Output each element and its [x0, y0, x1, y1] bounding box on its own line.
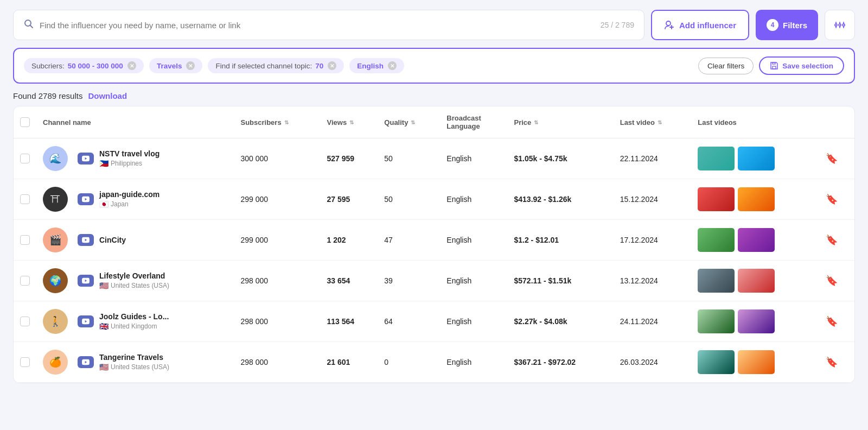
channel-name[interactable]: Joolz Guides - Lo... — [99, 312, 169, 321]
row-last-video: 26.03.2024 — [614, 342, 692, 383]
row-subscribers: 298 000 — [234, 261, 321, 301]
channel-name[interactable]: Lifestyle Overland — [99, 271, 169, 280]
row-views: 33 654 — [321, 261, 378, 301]
row-quality: 39 — [378, 261, 440, 301]
youtube-button[interactable] — [78, 193, 94, 205]
row-checkbox[interactable] — [20, 357, 30, 367]
row-views: 27 595 — [321, 179, 378, 220]
row-checkbox[interactable] — [20, 154, 30, 163]
row-views: 1 202 — [321, 220, 378, 261]
bookmark-icon[interactable]: 🔖 — [826, 316, 838, 327]
row-thumbnails — [691, 301, 819, 342]
col-channel-name[interactable]: Channel name — [36, 106, 234, 138]
youtube-button[interactable] — [78, 315, 94, 327]
row-views: 113 564 — [321, 301, 378, 342]
avatar: 🌊 — [43, 146, 68, 171]
search-input[interactable] — [40, 21, 595, 30]
download-link[interactable]: Download — [88, 91, 127, 100]
save-selection-label: Save selection — [782, 62, 833, 70]
row-checkbox-cell — [14, 179, 36, 220]
row-checkbox[interactable] — [20, 276, 30, 286]
table-row: 🎬 CinCity 299 000 1 202 47 English $1.2 … — [14, 220, 854, 261]
chip-topic-remove[interactable]: ✕ — [328, 61, 336, 70]
row-quality: 50 — [378, 179, 440, 220]
row-price: $413.92 - $1.26k — [507, 179, 613, 220]
col-subscribers[interactable]: Subscribers ⇅ — [234, 106, 321, 138]
filters-badge: 4 — [767, 19, 778, 31]
channel-country: 🇵🇭Philippines — [99, 159, 159, 168]
chip-travels-remove[interactable]: ✕ — [186, 61, 195, 70]
row-bookmark: 🔖 — [819, 179, 854, 220]
row-checkbox[interactable] — [20, 194, 30, 204]
thumbnail-2[interactable] — [738, 147, 775, 170]
row-checkbox[interactable] — [20, 235, 30, 245]
add-influencer-button[interactable]: Add influencer — [651, 10, 749, 40]
channel-country: 🇯🇵Japan — [99, 200, 159, 208]
filters-label: Filters — [783, 21, 807, 30]
row-subscribers: 300 000 — [234, 138, 321, 179]
youtube-button[interactable] — [78, 153, 94, 165]
row-broadcast-language: English — [440, 220, 507, 261]
avatar: ⛩ — [43, 187, 68, 212]
thumbnail-1[interactable] — [698, 228, 735, 252]
bookmark-icon[interactable]: 🔖 — [826, 194, 838, 205]
row-broadcast-language: English — [440, 301, 507, 342]
col-price[interactable]: Price ⇅ — [507, 106, 613, 138]
search-count: 25 / 2 789 — [601, 21, 634, 29]
search-icon — [23, 18, 34, 32]
row-bookmark: 🔖 — [819, 301, 854, 342]
row-last-video: 24.11.2024 — [614, 301, 692, 342]
youtube-button[interactable] — [78, 275, 94, 287]
settings-button[interactable] — [825, 10, 855, 40]
row-price: $367.21 - $972.02 — [507, 342, 613, 383]
col-views[interactable]: Views ⇅ — [321, 106, 378, 138]
youtube-button[interactable] — [78, 356, 94, 368]
row-thumbnails — [691, 179, 819, 220]
row-checkbox[interactable] — [20, 317, 30, 326]
bookmark-icon[interactable]: 🔖 — [826, 153, 838, 164]
channel-name[interactable]: NSTV travel vlog — [99, 149, 159, 158]
thumbnail-1[interactable] — [698, 147, 735, 170]
clear-filters-button[interactable]: Clear filters — [698, 58, 754, 74]
thumbnail-1[interactable] — [698, 350, 735, 374]
chip-english: English ✕ — [349, 58, 404, 73]
row-broadcast-language: English — [440, 261, 507, 301]
row-bookmark: 🔖 — [819, 138, 854, 179]
thumbnail-1[interactable] — [698, 187, 735, 211]
thumbnail-2[interactable] — [738, 309, 775, 333]
results-count: Found 2789 results — [13, 91, 82, 100]
thumbnail-1[interactable] — [698, 309, 735, 333]
channel-name[interactable]: japan-guide.com — [99, 190, 159, 199]
youtube-button[interactable] — [78, 234, 94, 246]
row-last-video: 22.11.2024 — [614, 138, 692, 179]
row-bookmark: 🔖 — [819, 342, 854, 383]
thumbnail-2[interactable] — [738, 187, 775, 211]
channel-name[interactable]: Tangerine Travels — [99, 353, 169, 362]
thumbnail-1[interactable] — [698, 269, 735, 293]
select-all-checkbox[interactable] — [20, 117, 30, 127]
filters-button[interactable]: 4 Filters — [756, 10, 818, 40]
row-checkbox-cell — [14, 342, 36, 383]
bookmark-icon[interactable]: 🔖 — [826, 235, 838, 245]
table-header-row: Channel name Subscribers ⇅ Views ⇅ — [14, 106, 854, 138]
row-price: $1.2 - $12.01 — [507, 220, 613, 261]
filter-chips-wrap: Subcriers: 50 000 - 300 000 ✕ Travels ✕ … — [13, 48, 855, 84]
row-channel: ⛩ japan-guide.com 🇯🇵Japan — [36, 179, 234, 220]
row-channel: 🌍 Lifestyle Overland 🇺🇸United States (US… — [36, 261, 234, 301]
price-sort-icon: ⇅ — [534, 119, 538, 125]
col-last-video[interactable]: Last video ⇅ — [614, 106, 692, 138]
table-row: 🍊 Tangerine Travels 🇺🇸United States (USA… — [14, 342, 854, 383]
channel-name[interactable]: CinCity — [99, 236, 126, 244]
chip-english-remove[interactable]: ✕ — [388, 61, 397, 70]
thumbnail-2[interactable] — [738, 228, 775, 252]
chip-topic-label: Find if selected channel topic: — [215, 62, 312, 70]
col-broadcast: BroadcastLanguage — [440, 106, 507, 138]
bookmark-icon[interactable]: 🔖 — [826, 357, 838, 368]
chip-subscribers-remove[interactable]: ✕ — [127, 61, 136, 70]
thumbnail-2[interactable] — [738, 350, 775, 374]
col-quality[interactable]: Quality ⇅ — [378, 106, 440, 138]
row-channel: 🍊 Tangerine Travels 🇺🇸United States (USA… — [36, 342, 234, 383]
thumbnail-2[interactable] — [738, 269, 775, 293]
bookmark-icon[interactable]: 🔖 — [826, 275, 838, 286]
save-selection-button[interactable]: Save selection — [759, 56, 844, 75]
